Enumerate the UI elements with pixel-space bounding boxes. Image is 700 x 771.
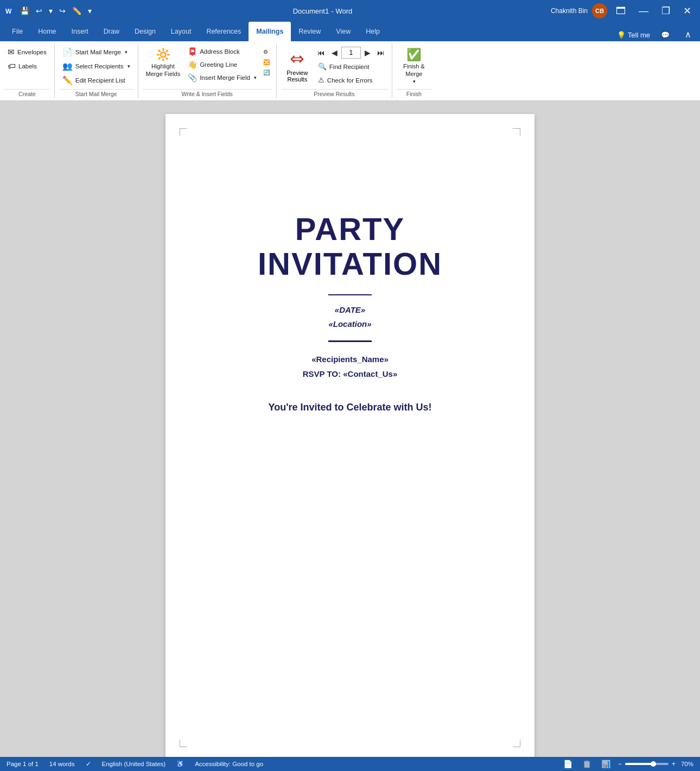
undo-button[interactable]: ↩ [33, 5, 45, 17]
title-bar-left: W 💾 ↩ ▾ ↪ ✏️ ▾ [4, 5, 94, 17]
write-insert-group-content: 🔆 Highlight Merge Fields 📮 Address Block… [143, 43, 272, 89]
tab-home[interactable]: Home [30, 22, 63, 41]
accessibility-icon: ♿ [176, 760, 184, 768]
doc-fields: «DATE» «Location» [328, 303, 371, 331]
start-mail-merge-group-content: 📄 Start Mail Merge ▾ 👥 Select Recipients… [59, 43, 133, 89]
zoom-track[interactable] [625, 763, 669, 765]
customize-button[interactable]: ✏️ [69, 5, 84, 17]
check-for-errors-label: Check for Errors [327, 77, 373, 84]
select-recipients-label: Select Recipients [75, 63, 124, 69]
doc-recipient: «Recipients_Name» RSVP TO: «Contact_Us» [303, 352, 398, 381]
insert-merge-field-arrow: ▾ [254, 75, 257, 80]
restore-button[interactable]: ❐ [657, 4, 674, 18]
zoom-out-icon[interactable]: − [618, 760, 622, 768]
find-recipient-button[interactable]: 🔍 Find Recipient [315, 61, 387, 72]
highlight-merge-fields-button[interactable]: 🔆 Highlight Merge Fields [143, 46, 184, 80]
start-mail-merge-label: Start Mail Merge [75, 49, 121, 55]
start-mail-merge-button[interactable]: 📄 Start Mail Merge ▾ [59, 46, 133, 59]
doc-divider-1 [328, 294, 372, 296]
highlight-icon: 🔆 [156, 48, 170, 62]
write-insert-col: 📮 Address Block 👋 Greeting Line 📎 Insert… [184, 46, 260, 84]
quick-access-toolbar: 💾 ↩ ▾ ↪ ✏️ ▾ [17, 5, 94, 17]
tab-draw[interactable]: Draw [96, 22, 127, 41]
ribbon-display-button[interactable]: 🗖 [612, 4, 630, 18]
finish-merge-label: Finish & Merge [403, 63, 425, 77]
preview-results-button[interactable]: ⇔ Preview Results [281, 46, 314, 85]
finish-merge-button[interactable]: ✅ Finish & Merge ▾ [397, 46, 431, 86]
tab-design[interactable]: Design [127, 22, 163, 41]
rsvp-label: RSVP TO: [303, 369, 341, 378]
corner-tr [513, 128, 520, 136]
start-mail-merge-col: 📄 Start Mail Merge ▾ 👥 Select Recipients… [59, 46, 133, 87]
tab-view[interactable]: View [328, 22, 358, 41]
edit-recipient-list-label: Edit Recipient List [75, 77, 125, 84]
envelopes-button[interactable]: ✉ Envelopes [4, 46, 50, 59]
tab-review[interactable]: Review [291, 22, 328, 41]
select-recipients-arrow: ▾ [128, 64, 130, 69]
address-block-icon: 📮 [188, 47, 197, 56]
preview-icon: ⇔ [287, 48, 308, 69]
first-record-button[interactable]: ⏮ [315, 47, 328, 59]
corner-tl [180, 128, 187, 136]
user-avatar[interactable]: CB [592, 3, 607, 18]
minimize-button[interactable]: — [634, 4, 653, 18]
zoom-level[interactable]: 70% [681, 761, 693, 767]
proofing-status: Accessibility: Good to go [195, 761, 263, 767]
print-layout-view-button[interactable]: 📄 [561, 759, 575, 769]
close-button[interactable]: ✕ [679, 4, 696, 18]
focus-view-button[interactable]: 📊 [599, 759, 613, 769]
select-recipients-button[interactable]: 👥 Select Recipients ▾ [59, 60, 133, 73]
zoom-in-icon[interactable]: + [672, 760, 676, 768]
tab-file[interactable]: File [4, 22, 30, 41]
greeting-line-button[interactable]: 👋 Greeting Line [184, 59, 260, 71]
svg-text:W: W [5, 8, 12, 15]
rules-button[interactable]: ⚙ [261, 48, 272, 56]
check-errors-icon: ⚠ [318, 76, 324, 84]
match-fields-button[interactable]: 🔀 [261, 58, 272, 66]
record-number-input[interactable] [341, 47, 361, 59]
address-block-button[interactable]: 📮 Address Block [184, 46, 260, 58]
address-block-label: Address Block [200, 48, 240, 55]
undo-dropdown[interactable]: ▾ [46, 5, 55, 17]
next-record-button[interactable]: ▶ [362, 47, 373, 59]
nav-row: ⏮ ◀ ▶ ⏭ [315, 47, 387, 59]
recipient-name-field: «Recipients_Name» [303, 352, 398, 366]
lightbulb-button[interactable]: 💡 Tell me [613, 29, 654, 41]
more-button[interactable]: ▾ [85, 5, 94, 17]
language: English (United States) [102, 761, 166, 767]
start-mail-merge-group-label: Start Mail Merge [59, 89, 133, 98]
corner-bl [180, 740, 187, 747]
update-labels-button[interactable]: 🔄 [261, 68, 272, 77]
collapse-ribbon-button[interactable]: ∧ [680, 28, 696, 41]
zoom-fill [625, 763, 653, 765]
ribbon-group-write-insert: 🔆 Highlight Merge Fields 📮 Address Block… [138, 43, 277, 98]
tab-mailings[interactable]: Mailings [249, 22, 291, 41]
word-count: 14 words [49, 761, 75, 767]
tab-insert[interactable]: Insert [64, 22, 96, 41]
labels-button[interactable]: 🏷 Labels [4, 60, 50, 72]
title-bar-right: Chaknith Bin CB 🗖 — ❐ ✕ [551, 3, 696, 18]
insert-merge-field-label: Insert Merge Field [200, 74, 250, 81]
prev-record-button[interactable]: ◀ [329, 47, 340, 59]
tab-references[interactable]: References [199, 22, 249, 41]
title-separator: - [331, 7, 333, 15]
redo-button[interactable]: ↪ [56, 5, 68, 17]
web-layout-view-button[interactable]: 📋 [580, 759, 594, 769]
labels-icon: 🏷 [8, 61, 16, 71]
zoom-slider[interactable]: − + [618, 760, 676, 768]
edit-recipient-list-button[interactable]: ✏️ Edit Recipient List [59, 74, 133, 87]
ribbon-group-create: ✉ Envelopes 🏷 Labels Create [0, 43, 55, 98]
insert-merge-field-button[interactable]: 📎 Insert Merge Field ▾ [184, 72, 260, 84]
doc-divider-2 [328, 340, 372, 342]
comments-button[interactable]: 💬 [657, 29, 674, 41]
check-for-errors-button[interactable]: ⚠ Check for Errors [315, 74, 387, 86]
highlight-label: Highlight Merge Fields [146, 63, 181, 77]
zoom-thumb [651, 761, 656, 767]
tab-layout[interactable]: Layout [163, 22, 199, 41]
preview-results-group-content: ⇔ Preview Results ⏮ ◀ ▶ ⏭ 🔍 Find Recipie… [281, 43, 387, 89]
save-button[interactable]: 💾 [17, 5, 32, 17]
find-recipient-icon: 🔍 [318, 62, 327, 71]
page-info: Page 1 of 1 [7, 761, 39, 767]
last-record-button[interactable]: ⏭ [374, 47, 387, 59]
tab-help[interactable]: Help [358, 22, 387, 41]
